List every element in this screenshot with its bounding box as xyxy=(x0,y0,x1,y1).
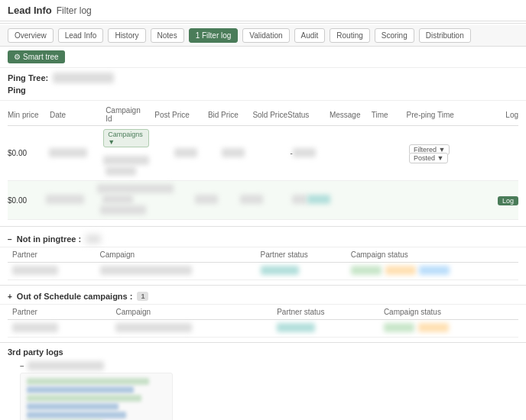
log-line xyxy=(27,412,126,418)
tab-routing[interactable]: Routing xyxy=(330,28,369,43)
cell-campaign-status xyxy=(379,320,518,338)
page-subtitle: Filter log xyxy=(57,5,92,16)
out-of-schedule-count: 1 xyxy=(137,292,148,301)
col-header-soldprice: Sold Price xyxy=(239,111,287,119)
col-partner: Partner xyxy=(8,247,96,263)
cell-status xyxy=(293,148,334,159)
out-of-schedule-header: + Out of Schedule campaigns : 1 xyxy=(0,287,526,305)
cell-minprice: $0.00 xyxy=(8,196,46,205)
third-party-header: 3rd party logs xyxy=(8,347,518,357)
ping-tree-label: Ping Tree: xyxy=(8,73,48,82)
ping-table-section: Min price Date Campaign Id Post Price Bi… xyxy=(0,101,526,223)
tab-lead-info[interactable]: Lead Info xyxy=(58,28,104,43)
cell-partner-status xyxy=(256,263,346,280)
table-header-row: Partner Campaign Partner status Campaign… xyxy=(8,247,518,263)
cell-partner xyxy=(8,320,111,338)
log-block-1-label xyxy=(28,361,104,370)
out-of-schedule-title: Out of Schedule campaigns : xyxy=(17,292,133,301)
cell-partner-status xyxy=(272,320,379,338)
campaigns-badge[interactable]: Campaigns ▼ xyxy=(103,129,149,147)
cell-date xyxy=(46,195,97,205)
out-of-schedule-table: Partner Campaign Partner status Campaign… xyxy=(8,305,518,338)
tab-scoring[interactable]: Scoring xyxy=(375,28,414,43)
ping-label-row: Ping xyxy=(8,86,518,95)
log-block-1-toggle[interactable]: − xyxy=(20,361,518,370)
not-in-pingtree-title: Not in pingtree : xyxy=(17,234,81,244)
cell-campaign: Campaigns ▼ xyxy=(103,129,149,177)
log-block-1: − xyxy=(20,361,518,420)
cell-soldprice: - xyxy=(245,149,293,157)
cell-bidprice xyxy=(197,148,245,159)
col-campaign-status: Campaign status xyxy=(379,305,518,320)
ping-tree-value xyxy=(53,73,114,83)
col-partner: Partner xyxy=(8,305,111,320)
not-in-pingtree-section: − Not in pingtree : Partner Campaign Par… xyxy=(0,230,526,280)
top-bar: Lead Info Filter log xyxy=(0,0,526,21)
table-row xyxy=(8,320,518,338)
posted-badge: Posted ▼ xyxy=(409,153,448,163)
col-campaign: Campaign xyxy=(96,247,256,263)
col-header-campaign: Campaign Id xyxy=(106,106,141,123)
col-header-log: Log xyxy=(463,111,518,119)
smart-tree-icon: ⚙ xyxy=(14,53,21,61)
cell-log[interactable]: Log xyxy=(467,196,518,205)
col-header-minprice: Min price xyxy=(8,111,50,119)
table-row: $0.00 Campaigns ▼ - Filtered ▼ Posted ▼ xyxy=(8,126,518,181)
tab-history[interactable]: History xyxy=(108,28,145,43)
third-party-title: 3rd party logs xyxy=(8,347,63,357)
ping-tree-row: Ping Tree: xyxy=(8,73,518,83)
cell-postprice xyxy=(149,148,197,159)
col-partner-status: Partner status xyxy=(256,247,346,263)
not-in-pingtree-table: Partner Campaign Partner status Campaign… xyxy=(8,247,518,280)
log-line xyxy=(27,378,149,385)
tab-audit[interactable]: Audit xyxy=(294,28,326,43)
col-partner-status: Partner status xyxy=(272,305,379,320)
tab-notes[interactable]: Notes xyxy=(151,28,184,43)
cell-date xyxy=(49,148,104,159)
smart-tree-bar: ⚙ Smart tree xyxy=(0,47,526,68)
cell-campaign xyxy=(97,184,174,216)
tab-bar: Overview Lead Info History Notes 1 Filte… xyxy=(0,25,526,47)
page-title: Lead Info xyxy=(8,5,52,16)
col-header-status: Status xyxy=(287,111,330,119)
ping-label: Ping xyxy=(8,86,26,95)
cell-partner xyxy=(8,263,96,280)
log-line xyxy=(27,386,134,393)
log-line xyxy=(27,403,119,410)
ping-tree-section: Ping Tree: Ping xyxy=(0,68,526,101)
cell-prepingtime: Filtered ▼ Posted ▼ xyxy=(409,145,464,162)
log-badge[interactable]: Log xyxy=(498,196,518,205)
col-header-date: Date xyxy=(50,111,106,119)
table-header-row: Partner Campaign Partner status Campaign… xyxy=(8,305,518,320)
tab-validation[interactable]: Validation xyxy=(242,28,289,43)
table-row xyxy=(8,263,518,280)
log-block-1-content xyxy=(20,373,173,420)
col-header-bidprice: Bid Price xyxy=(190,111,239,119)
cell-campaign xyxy=(111,320,272,338)
cell-postprice xyxy=(174,195,218,205)
smart-tree-label: Smart tree xyxy=(23,53,59,61)
cell-status xyxy=(307,195,346,205)
cell-campaign-status xyxy=(346,263,518,280)
not-in-pingtree-count xyxy=(86,234,101,244)
table-row: $0.00 Log xyxy=(8,181,518,220)
tab-overview[interactable]: Overview xyxy=(8,28,54,43)
not-in-pingtree-header: − Not in pingtree : xyxy=(0,230,526,247)
not-in-pingtree-toggle[interactable]: − xyxy=(8,235,12,244)
log-toggle-icon: − xyxy=(20,362,24,370)
third-party-section: 3rd party logs − − xyxy=(0,344,526,420)
smart-tree-button[interactable]: ⚙ Smart tree xyxy=(8,50,65,63)
cell-campaign xyxy=(96,263,256,280)
ping-table-header: Min price Date Campaign Id Post Price Bi… xyxy=(8,104,518,126)
cell-soldprice xyxy=(263,195,307,205)
cell-bidprice xyxy=(218,195,262,205)
col-campaign-status: Campaign status xyxy=(346,247,518,263)
tab-distribution[interactable]: Distribution xyxy=(419,28,471,43)
tab-filter-log[interactable]: 1 Filter log xyxy=(189,28,239,43)
out-of-schedule-toggle[interactable]: + xyxy=(8,292,12,301)
col-header-time: Time xyxy=(372,111,407,119)
out-of-schedule-section: + Out of Schedule campaigns : 1 Partner … xyxy=(0,287,526,338)
cell-minprice: $0.00 xyxy=(8,149,49,157)
col-campaign: Campaign xyxy=(111,305,272,320)
col-header-postprice: Post Price xyxy=(141,111,190,119)
